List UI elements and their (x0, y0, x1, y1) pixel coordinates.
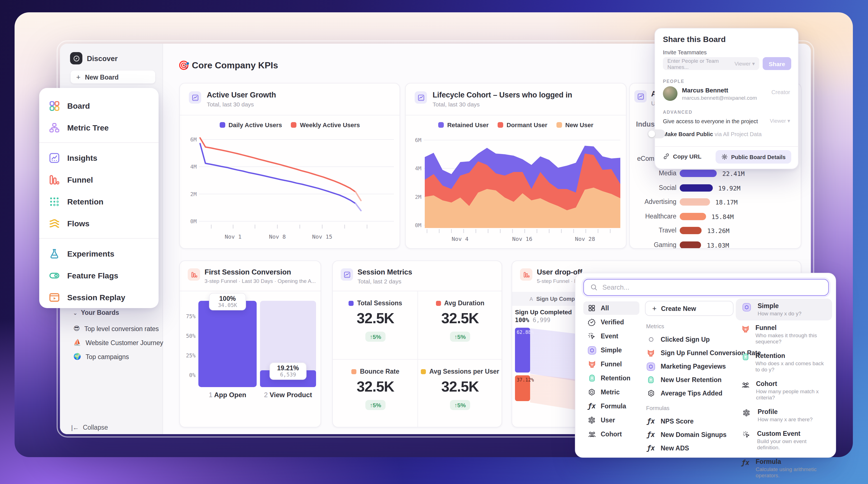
funnel-bar-step1[interactable] (198, 301, 257, 387)
sidebar-board-item[interactable]: 🌍Top campaigns (73, 350, 163, 363)
menu-item-experiments[interactable]: Experiments (39, 243, 159, 264)
search-category-retention[interactable]: Retention (583, 372, 639, 385)
active-user-growth-chart[interactable]: 6M4M2M0MNov 1Nov 8Nov 15 (183, 133, 397, 245)
kpi-quadrant[interactable]: Avg Sessions per User32.5K↑5% (417, 359, 503, 427)
category-label: User (601, 417, 615, 423)
target-emoji-icon: 🎯 (178, 61, 189, 70)
type-desc: Who makes it through this sequence? (755, 332, 827, 345)
card-lifecycle-cohort[interactable]: Lifecycle Cohort – Users who logged in T… (405, 83, 626, 249)
metric-type-formula[interactable]: ƒxFormulaCalculate using arithmetic oper… (736, 454, 832, 482)
lifecycle-cohort-chart[interactable]: 6M4M2M0MNov 4Nov 16Nov 28 (409, 133, 624, 245)
menu-item-insights[interactable]: Insights (39, 147, 159, 169)
menu-item-session-replay[interactable]: Session Replay (39, 286, 159, 308)
funnel-segment-dropped[interactable]: 37.12% (515, 375, 530, 401)
collapse-arrow-icon: |← (71, 424, 79, 431)
search-category-funnel[interactable]: Funnel (583, 357, 639, 371)
kpi-quadrant[interactable]: Avg Duration32.5K↑5% (417, 291, 503, 359)
copy-url-button[interactable]: Copy URL (663, 153, 702, 160)
line-chart-icon (189, 91, 201, 104)
industry-bar-row[interactable]: Advertising18.17M (630, 197, 801, 207)
type-desc: How many x do y? (757, 310, 801, 317)
category-label: Formula (601, 403, 626, 410)
funnel-segment-converted[interactable]: 62.88% (515, 328, 530, 373)
category-label: Event (601, 333, 618, 340)
kpi-quadrant[interactable]: Total Sessions32.5K↑5% (333, 291, 418, 359)
give-access-role-dropdown[interactable]: Viewer ▾ (770, 118, 790, 124)
retention-glyph-icon (646, 376, 656, 384)
metric-type-cohort[interactable]: CohortHow many people match x criteria? (736, 377, 832, 405)
your-boards-toggle[interactable]: ⌄ Your Boards (73, 309, 119, 316)
person-role: Creator (771, 89, 790, 95)
funnel-step-label: 1 App Open (193, 391, 262, 399)
kpi-delta: ↑5% (417, 331, 503, 342)
legend-swatch (556, 122, 562, 128)
search-category-verified[interactable]: Verified (583, 315, 639, 329)
bar-category-label: Travel (659, 227, 676, 234)
kpi-legend: Avg Sessions per User (417, 368, 503, 375)
gear-icon (721, 154, 728, 160)
insights-icon (48, 152, 61, 163)
menu-item-label: Experiments (67, 249, 114, 258)
card-first-session-conversion[interactable]: First Session Conversion 3-step Funnel ·… (179, 260, 321, 427)
search-result-item[interactable]: ƒxNew ADS (645, 442, 727, 455)
search-result-item[interactable]: ƒxNew Domain Signups (645, 428, 727, 442)
share-button[interactable]: Share (763, 57, 791, 70)
menu-item-label: Session Replay (67, 293, 125, 302)
divider (655, 146, 798, 147)
svg-text:Nov 28: Nov 28 (575, 235, 595, 242)
search-category-event[interactable]: Event (583, 329, 639, 343)
metric-type-funnel[interactable]: FunnelWho makes it through this sequence… (736, 320, 832, 349)
card-session-metrics[interactable]: Session Metrics Total, last 2 days Total… (332, 260, 502, 427)
page-title: 🎯 Core Company KPIs (178, 60, 278, 71)
metric-type-profile[interactable]: ProfileHow many x are there? (736, 405, 832, 426)
metric-type-simple[interactable]: SimpleHow many x do y? (736, 298, 832, 320)
new-board-button[interactable]: + New Board (71, 71, 155, 84)
formulas-header: Formulas (646, 405, 669, 411)
card-active-user-growth[interactable]: Active User Growth Total, last 30 days D… (179, 83, 400, 249)
sidebar-discover[interactable]: Discover (70, 52, 118, 64)
industry-bar-row[interactable]: Media22.41M (630, 169, 801, 179)
sidebar-board-item[interactable]: ⛵Website Customer Journey (73, 335, 163, 350)
search-category-all[interactable]: All (583, 301, 639, 315)
menu-item-feature-flags[interactable]: Feature Flags (39, 264, 159, 286)
type-desc: Who does x and comes back to do y? (755, 360, 827, 373)
kpi-quadrant[interactable]: Bounce Rate32.5K↑5% (333, 359, 418, 427)
menu-item-board[interactable]: Board (39, 95, 159, 117)
search-category-metric[interactable]: Metric (583, 385, 639, 399)
metric-type-retention[interactable]: RetentionWho does x and comes back to do… (736, 349, 832, 377)
metric-type-custom-event[interactable]: Custom EventBuild your own event definit… (736, 426, 832, 454)
metric-type-list: SimpleHow many x do y?FunnelWho makes it… (736, 298, 832, 482)
boards-list: 😎Top level conversion rates⛵Website Cust… (73, 322, 163, 363)
search-result-item[interactable]: ƒxNPS Score (645, 415, 727, 428)
search-category-formula[interactable]: ƒxFormula (583, 399, 639, 413)
menu-item-flows[interactable]: Flows (39, 212, 159, 234)
share-board-popover: Share this Board Invite Teammates Enter … (654, 28, 799, 169)
industry-bar-row[interactable]: Gaming13.03M (630, 240, 801, 249)
search-category-cohort[interactable]: Cohort (583, 427, 639, 441)
sidebar-board-item[interactable]: 😎Top level conversion rates (73, 322, 163, 335)
menu-item-retention[interactable]: Retention (39, 190, 159, 212)
industry-bar-row[interactable]: Travel13.26M (630, 226, 801, 236)
divider (180, 115, 400, 116)
tooltip-pct: 100% (210, 295, 245, 302)
sidebar-collapse-button[interactable]: |← Collapse (71, 424, 108, 431)
menu-item-metric-tree[interactable]: Metric Tree (39, 117, 159, 138)
search-category-user[interactable]: User (583, 413, 639, 427)
metric-hex-icon (587, 388, 596, 396)
public-board-details-button[interactable]: Public Board Details (716, 150, 792, 164)
industry-bar-row[interactable]: Healthcare15.84M (630, 212, 801, 222)
category-label: Simple (601, 347, 622, 353)
kpi-value: 32.5K (333, 310, 418, 327)
kpi-legend: Total Sessions (333, 300, 418, 306)
kpi-value: 32.5K (417, 378, 503, 395)
menu-item-funnel[interactable]: Funnel (39, 169, 159, 190)
industry-bar-row[interactable]: Social19.92M (630, 183, 801, 193)
check-badge-icon (587, 318, 596, 326)
type-title: Retention (755, 352, 827, 359)
search-input[interactable]: Search... (583, 279, 829, 296)
role-selector-dropdown[interactable]: Viewer ▾ (734, 61, 755, 67)
search-category-simple[interactable]: Simple (583, 344, 639, 357)
create-new-button[interactable]: + Create New (645, 301, 734, 316)
invite-input[interactable]: Enter People or Team Names... Viewer ▾ (663, 57, 759, 70)
make-public-toggle[interactable] (647, 129, 665, 138)
